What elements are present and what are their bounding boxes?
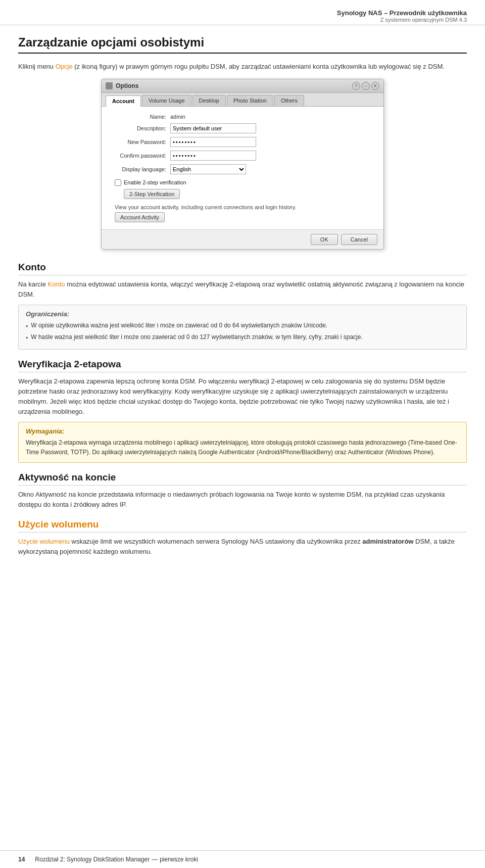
tab-desktop[interactable]: Desktop bbox=[192, 95, 226, 106]
page-footer: 14 Rozdział 2: Synology DiskStation Mana… bbox=[0, 850, 485, 868]
form-row-description: Description: bbox=[110, 123, 375, 133]
name-label: Name: bbox=[110, 114, 170, 120]
wolumen-text-mid: wskazuje limit we wszystkich wolumenach … bbox=[70, 538, 362, 545]
form-row-name: Name: admin bbox=[110, 114, 375, 120]
dialog-title: Options bbox=[106, 82, 138, 89]
aktywnosc-heading: Aktywność na koncie bbox=[18, 472, 467, 486]
options-dialog: Options ? – ✕ Account Volume Usage Deskt… bbox=[101, 79, 384, 250]
page-title: Zarządzanie opcjami osobistymi bbox=[18, 35, 467, 54]
confirm-password-label: Confirm password: bbox=[110, 153, 170, 159]
dialog-tabs: Account Volume Usage Desktop Photo Stati… bbox=[102, 93, 383, 107]
form-row-display-language: Display language: English bbox=[110, 164, 375, 174]
intro-paragraph: Kliknij menu Opcje (z ikoną figury) w pr… bbox=[18, 62, 467, 72]
dialog-titlebar: Options ? – ✕ bbox=[102, 79, 383, 93]
description-input[interactable] bbox=[170, 123, 256, 133]
tab-others[interactable]: Others bbox=[274, 95, 304, 106]
new-password-input[interactable] bbox=[170, 137, 256, 147]
konto-text-before: Na karcie bbox=[18, 280, 48, 288]
verification-button[interactable]: 2-Step Verification bbox=[124, 189, 180, 199]
main-content: Zarządzanie opcjami osobistymi Kliknij m… bbox=[0, 25, 485, 577]
intro-text-before: Kliknij menu bbox=[18, 63, 56, 70]
konto-text: Na karcie Konto można edytować ustawieni… bbox=[18, 279, 467, 300]
konto-heading: Konto bbox=[18, 262, 467, 275]
dialog-footer: OK Cancel bbox=[102, 229, 383, 249]
wymagania-box: Wymagania: Weryfikacja 2-etapowa wymaga … bbox=[18, 422, 467, 462]
wolumen-link[interactable]: Użycie wolumenu bbox=[18, 538, 70, 545]
tab-photo-station[interactable]: Photo Station bbox=[227, 95, 273, 106]
activity-button-row: Account Activity bbox=[110, 212, 375, 222]
ograniczenia-box: Ograniczenia: W opisie użytkownika ważna… bbox=[18, 305, 467, 350]
doc-subtitle: Z systemem operacyjnym DSM 4.3 bbox=[18, 17, 467, 23]
description-label: Description: bbox=[110, 125, 170, 131]
tab-account[interactable]: Account bbox=[106, 95, 141, 107]
separator: — bbox=[152, 856, 158, 863]
account-activity-description: View your account activity, including cu… bbox=[115, 204, 375, 210]
page-header: Synology NAS – Przewodnik użytkownika Z … bbox=[0, 0, 485, 25]
page-number: 14 bbox=[18, 856, 25, 863]
confirm-password-input[interactable] bbox=[170, 151, 256, 161]
opcje-link[interactable]: Opcje bbox=[56, 63, 73, 70]
ok-button[interactable]: OK bbox=[311, 234, 338, 245]
dialog-controls: ? – ✕ bbox=[352, 82, 379, 90]
dialog-minimize-button[interactable]: – bbox=[362, 82, 370, 90]
wolumen-bold: administratorów bbox=[362, 538, 413, 545]
chapter-text: Rozdział 2: Synology DiskStation Manager bbox=[35, 856, 150, 863]
ograniczenia-item-2: W haśle ważna jest wielkość liter i może… bbox=[26, 332, 459, 342]
cancel-button[interactable]: Cancel bbox=[341, 234, 377, 245]
name-value: admin bbox=[170, 114, 185, 120]
new-password-label: New Password: bbox=[110, 139, 170, 145]
dialog-close-button[interactable]: ✕ bbox=[371, 82, 379, 90]
verification-button-row: 2-Step Verification bbox=[110, 189, 375, 199]
weryfikacja-heading: Weryfikacja 2-etapowa bbox=[18, 359, 467, 372]
dialog-help-button[interactable]: ? bbox=[352, 82, 360, 90]
form-row-new-password: New Password: bbox=[110, 137, 375, 147]
display-language-select[interactable]: English bbox=[170, 164, 246, 174]
konto-link[interactable]: Konto bbox=[48, 280, 65, 288]
wolumen-heading: Użycie wolumenu bbox=[18, 519, 467, 533]
chapter-subtitle: pierwsze kroki bbox=[160, 856, 198, 863]
wymagania-text: Weryfikacja 2-etapowa wymaga urządzenia … bbox=[26, 438, 459, 457]
wymagania-title: Wymagania: bbox=[26, 427, 459, 435]
enable-2step-checkbox[interactable] bbox=[115, 179, 121, 186]
aktywnosc-text: Okno Aktywność na koncie przedstawia inf… bbox=[18, 490, 467, 510]
ograniczenia-title: Ograniczenia: bbox=[26, 310, 459, 318]
enable-2step-label: Enable 2-step verification bbox=[124, 179, 186, 185]
account-activity-button[interactable]: Account Activity bbox=[115, 212, 165, 222]
tab-volume-usage[interactable]: Volume Usage bbox=[142, 95, 191, 106]
dialog-body: Name: admin Description: New Password: C… bbox=[102, 107, 383, 229]
intro-text-after: (z ikoną figury) w prawym górnym rogu pu… bbox=[73, 63, 445, 70]
doc-title: Synology NAS – Przewodnik użytkownika bbox=[18, 9, 467, 17]
dialog-icon bbox=[106, 82, 113, 89]
ograniczenia-item-1: W opisie użytkownika ważna jest wielkość… bbox=[26, 321, 459, 330]
konto-text-after: można edytować ustawienia konta, włączyć… bbox=[18, 280, 464, 298]
checkbox-row-2step: Enable 2-step verification bbox=[110, 179, 375, 186]
wolumen-text: Użycie wolumenu wskazuje limit we wszyst… bbox=[18, 537, 467, 557]
display-language-label: Display language: bbox=[110, 166, 170, 172]
form-row-confirm-password: Confirm password: bbox=[110, 151, 375, 161]
weryfikacja-text: Weryfikacja 2-etapowa zapewnia lepszą oc… bbox=[18, 376, 467, 417]
display-language-select-wrapper: English bbox=[170, 164, 246, 174]
